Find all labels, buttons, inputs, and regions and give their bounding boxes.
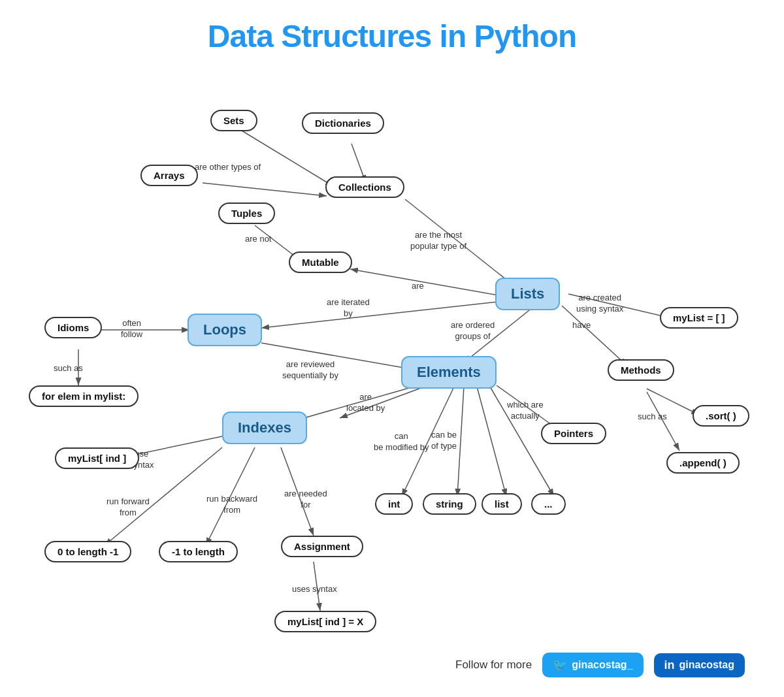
node-string: string — [423, 493, 476, 515]
label-often-follow: oftenfollow — [121, 318, 142, 340]
label-are-other-types-of: are other types of — [195, 162, 261, 173]
node-pointers: Pointers — [541, 423, 606, 444]
node-collections: Collections — [325, 176, 404, 198]
label-have: have — [572, 320, 591, 331]
node-methods: Methods — [608, 359, 674, 381]
twitter-badge[interactable]: 🐦 ginacostag_ — [542, 653, 643, 677]
label-can-be-of-type: can beof type — [431, 430, 457, 452]
label-are-created-using: are createdusing syntax — [576, 293, 623, 315]
node-zero-to-length: 0 to length -1 — [44, 541, 131, 562]
svg-line-25 — [647, 389, 699, 415]
node-mylist-bracket: myList = [ ] — [660, 307, 738, 329]
linkedin-badge[interactable]: in ginacostag — [654, 653, 745, 677]
label-are-located-by: arelocated by — [346, 392, 385, 414]
label-which-are-actually: which areactually — [507, 400, 544, 422]
twitter-icon: 🐦 — [553, 658, 567, 672]
node-for-elem: for elem in mylist: — [29, 385, 139, 407]
node-mutable: Mutable — [289, 251, 352, 273]
label-such-as-methods: such as — [638, 412, 667, 423]
svg-line-2 — [242, 131, 333, 186]
svg-line-6 — [350, 269, 510, 297]
label-uses-syntax: uses syntax — [292, 584, 337, 595]
node-arrays: Arrays — [140, 165, 198, 186]
label-are-reviewed-seq: are reviewedsequentially by — [282, 359, 338, 381]
node-elements: Elements — [401, 356, 497, 389]
follow-text: Follow for more — [455, 658, 532, 672]
node-indexes: Indexes — [222, 412, 307, 444]
node-sort: .sort( ) — [693, 405, 749, 427]
page-title: Data Structures in Python — [0, 0, 784, 54]
linkedin-handle: ginacostag — [679, 659, 734, 671]
footer: Follow for more 🐦 ginacostag_ in ginacos… — [455, 653, 745, 677]
node-lists: Lists — [495, 278, 560, 310]
label-can-be-modified-by: canbe modified by — [374, 431, 429, 453]
node-idioms: Idioms — [44, 317, 102, 338]
label-run-backward-from: run backwardfrom — [206, 494, 257, 516]
svg-line-1 — [203, 183, 327, 196]
node-assignment: Assignment — [281, 536, 363, 557]
label-are-not: are not — [245, 234, 271, 245]
node-append: .append( ) — [666, 452, 740, 474]
svg-line-10 — [562, 306, 627, 366]
node-tuples: Tuples — [218, 203, 275, 224]
label-are-iterated-by: are iteratedby — [327, 297, 370, 319]
node-neg1-to-length: -1 to length — [159, 541, 238, 562]
label-are-the-most: are the mostpopular type of — [410, 230, 466, 252]
svg-line-17 — [457, 387, 464, 496]
label-are: are — [412, 281, 424, 292]
label-run-forward-from: run forwardfrom — [106, 496, 150, 519]
node-mylist-ind: myList[ ind ] — [55, 447, 139, 469]
node-mylist-assign: myList[ ind ] = X — [274, 611, 376, 632]
label-are-needed-for: are neededfor — [284, 489, 327, 511]
svg-line-18 — [477, 387, 506, 496]
node-loops: Loops — [188, 314, 262, 346]
label-are-ordered-groups: are orderedgroups of — [451, 320, 495, 342]
node-dictionaries: Dictionaries — [302, 112, 384, 134]
linkedin-icon: in — [664, 658, 675, 672]
node-list: list — [482, 493, 522, 515]
node-sets: Sets — [210, 110, 257, 131]
node-ellipsis: ... — [531, 493, 566, 515]
label-such-as-idioms: such as — [54, 363, 83, 374]
twitter-handle: ginacostag_ — [572, 659, 632, 671]
node-int: int — [375, 493, 413, 515]
